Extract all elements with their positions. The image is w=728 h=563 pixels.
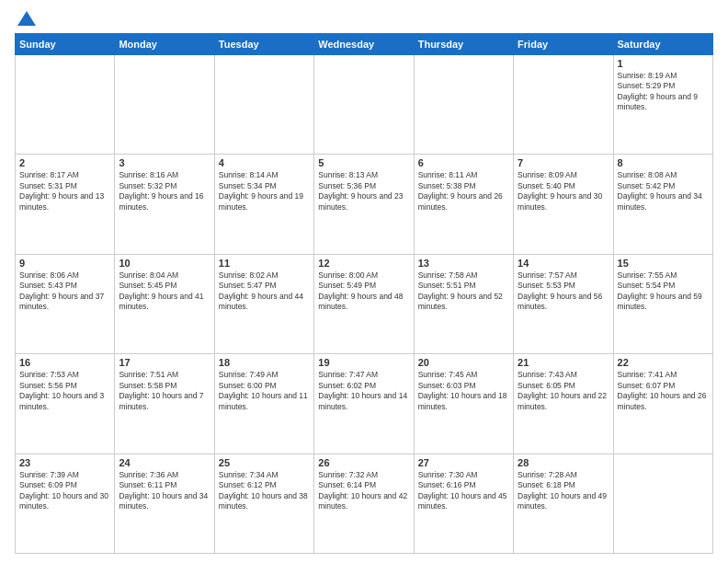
day-cell: 27Sunrise: 7:30 AM Sunset: 6:16 PM Dayli…	[414, 454, 513, 553]
day-cell: 5Sunrise: 8:13 AM Sunset: 5:36 PM Daylig…	[314, 155, 414, 254]
day-cell: 11Sunrise: 8:02 AM Sunset: 5:47 PM Dayli…	[214, 254, 313, 353]
week-row-1: 2Sunrise: 8:17 AM Sunset: 5:31 PM Daylig…	[16, 155, 713, 254]
day-number: 10	[119, 258, 210, 269]
day-cell	[613, 454, 712, 553]
weekday-header-row: SundayMondayTuesdayWednesdayThursdayFrid…	[16, 34, 713, 55]
day-number: 14	[518, 258, 609, 269]
day-info: Sunrise: 7:45 AM Sunset: 6:03 PM Dayligh…	[418, 370, 509, 412]
day-info: Sunrise: 7:39 AM Sunset: 6:09 PM Dayligh…	[19, 470, 110, 512]
day-cell: 8Sunrise: 8:08 AM Sunset: 5:42 PM Daylig…	[613, 155, 712, 254]
day-cell: 4Sunrise: 8:14 AM Sunset: 5:34 PM Daylig…	[214, 155, 313, 254]
day-number: 15	[618, 258, 709, 269]
day-cell: 23Sunrise: 7:39 AM Sunset: 6:09 PM Dayli…	[16, 454, 115, 553]
day-cell: 21Sunrise: 7:43 AM Sunset: 6:05 PM Dayli…	[514, 354, 613, 454]
day-info: Sunrise: 7:41 AM Sunset: 6:07 PM Dayligh…	[618, 370, 709, 412]
day-info: Sunrise: 8:19 AM Sunset: 5:29 PM Dayligh…	[618, 71, 709, 113]
week-row-2: 9Sunrise: 8:06 AM Sunset: 5:43 PM Daylig…	[16, 254, 713, 353]
day-info: Sunrise: 7:57 AM Sunset: 5:53 PM Dayligh…	[518, 270, 609, 313]
day-info: Sunrise: 8:04 AM Sunset: 5:45 PM Dayligh…	[119, 270, 210, 313]
weekday-monday: Monday	[115, 34, 214, 55]
day-cell: 16Sunrise: 7:53 AM Sunset: 5:56 PM Dayli…	[16, 354, 115, 454]
day-cell: 12Sunrise: 8:00 AM Sunset: 5:49 PM Dayli…	[314, 254, 414, 353]
day-info: Sunrise: 8:11 AM Sunset: 5:38 PM Dayligh…	[418, 170, 509, 213]
day-number: 18	[219, 357, 310, 368]
day-info: Sunrise: 7:28 AM Sunset: 6:18 PM Dayligh…	[518, 470, 609, 512]
day-number: 19	[318, 357, 409, 368]
day-info: Sunrise: 8:13 AM Sunset: 5:36 PM Dayligh…	[318, 170, 409, 213]
day-cell: 1Sunrise: 8:19 AM Sunset: 5:29 PM Daylig…	[613, 55, 712, 155]
day-cell: 17Sunrise: 7:51 AM Sunset: 5:58 PM Dayli…	[115, 354, 214, 454]
day-cell: 13Sunrise: 7:58 AM Sunset: 5:51 PM Dayli…	[414, 254, 513, 353]
calendar-table: SundayMondayTuesdayWednesdayThursdayFrid…	[15, 33, 713, 554]
week-row-4: 23Sunrise: 7:39 AM Sunset: 6:09 PM Dayli…	[16, 454, 713, 553]
day-info: Sunrise: 8:17 AM Sunset: 5:31 PM Dayligh…	[19, 170, 110, 213]
weekday-tuesday: Tuesday	[214, 34, 313, 55]
day-info: Sunrise: 8:16 AM Sunset: 5:32 PM Dayligh…	[119, 170, 210, 213]
day-cell: 18Sunrise: 7:49 AM Sunset: 6:00 PM Dayli…	[214, 354, 313, 454]
day-number: 7	[518, 157, 609, 168]
day-cell: 15Sunrise: 7:55 AM Sunset: 5:54 PM Dayli…	[613, 254, 712, 353]
day-cell: 22Sunrise: 7:41 AM Sunset: 6:07 PM Dayli…	[613, 354, 712, 454]
day-cell: 24Sunrise: 7:36 AM Sunset: 6:11 PM Dayli…	[115, 454, 214, 553]
day-number: 11	[219, 258, 310, 269]
day-number: 23	[19, 457, 110, 468]
day-number: 13	[418, 258, 509, 269]
day-number: 9	[19, 258, 110, 269]
day-cell: 7Sunrise: 8:09 AM Sunset: 5:40 PM Daylig…	[514, 155, 613, 254]
weekday-saturday: Saturday	[613, 34, 712, 55]
day-cell: 9Sunrise: 8:06 AM Sunset: 5:43 PM Daylig…	[16, 254, 115, 353]
weekday-friday: Friday	[514, 34, 613, 55]
day-cell	[414, 55, 513, 155]
day-number: 22	[618, 357, 709, 368]
day-cell: 26Sunrise: 7:32 AM Sunset: 6:14 PM Dayli…	[314, 454, 414, 553]
day-info: Sunrise: 7:49 AM Sunset: 6:00 PM Dayligh…	[219, 370, 310, 412]
day-cell	[514, 55, 613, 155]
day-number: 26	[318, 457, 409, 468]
weekday-sunday: Sunday	[16, 34, 115, 55]
day-info: Sunrise: 8:14 AM Sunset: 5:34 PM Dayligh…	[219, 170, 310, 213]
day-number: 4	[219, 157, 310, 168]
svg-marker-0	[17, 11, 36, 26]
week-row-0: 1Sunrise: 8:19 AM Sunset: 5:29 PM Daylig…	[16, 55, 713, 155]
header	[15, 15, 713, 26]
day-number: 2	[19, 157, 110, 168]
day-number: 3	[119, 157, 210, 168]
day-cell	[214, 55, 313, 155]
day-info: Sunrise: 8:02 AM Sunset: 5:47 PM Dayligh…	[219, 270, 310, 313]
day-number: 8	[618, 157, 709, 168]
day-cell	[115, 55, 214, 155]
day-cell	[314, 55, 414, 155]
logo-icon	[17, 11, 36, 26]
day-info: Sunrise: 7:58 AM Sunset: 5:51 PM Dayligh…	[418, 270, 509, 313]
day-info: Sunrise: 8:00 AM Sunset: 5:49 PM Dayligh…	[318, 270, 409, 313]
day-number: 1	[618, 58, 709, 69]
day-number: 16	[19, 357, 110, 368]
day-number: 21	[518, 357, 609, 368]
day-info: Sunrise: 7:43 AM Sunset: 6:05 PM Dayligh…	[518, 370, 609, 412]
day-number: 27	[418, 457, 509, 468]
day-info: Sunrise: 7:36 AM Sunset: 6:11 PM Dayligh…	[119, 470, 210, 512]
day-cell: 14Sunrise: 7:57 AM Sunset: 5:53 PM Dayli…	[514, 254, 613, 353]
day-info: Sunrise: 7:30 AM Sunset: 6:16 PM Dayligh…	[418, 470, 509, 512]
day-info: Sunrise: 8:06 AM Sunset: 5:43 PM Dayligh…	[19, 270, 110, 313]
day-info: Sunrise: 7:53 AM Sunset: 5:56 PM Dayligh…	[19, 370, 110, 412]
day-cell: 10Sunrise: 8:04 AM Sunset: 5:45 PM Dayli…	[115, 254, 214, 353]
day-info: Sunrise: 8:09 AM Sunset: 5:40 PM Dayligh…	[518, 170, 609, 213]
day-cell: 20Sunrise: 7:45 AM Sunset: 6:03 PM Dayli…	[414, 354, 513, 454]
day-number: 12	[318, 258, 409, 269]
page: SundayMondayTuesdayWednesdayThursdayFrid…	[0, 0, 728, 563]
day-number: 5	[318, 157, 409, 168]
day-number: 6	[418, 157, 509, 168]
day-cell: 3Sunrise: 8:16 AM Sunset: 5:32 PM Daylig…	[115, 155, 214, 254]
day-number: 24	[119, 457, 210, 468]
weekday-wednesday: Wednesday	[314, 34, 414, 55]
day-info: Sunrise: 7:51 AM Sunset: 5:58 PM Dayligh…	[119, 370, 210, 412]
day-number: 17	[119, 357, 210, 368]
day-info: Sunrise: 8:08 AM Sunset: 5:42 PM Dayligh…	[618, 170, 709, 213]
day-number: 20	[418, 357, 509, 368]
week-row-3: 16Sunrise: 7:53 AM Sunset: 5:56 PM Dayli…	[16, 354, 713, 454]
day-number: 28	[518, 457, 609, 468]
day-cell	[16, 55, 115, 155]
day-info: Sunrise: 7:32 AM Sunset: 6:14 PM Dayligh…	[318, 470, 409, 512]
day-cell: 6Sunrise: 8:11 AM Sunset: 5:38 PM Daylig…	[414, 155, 513, 254]
